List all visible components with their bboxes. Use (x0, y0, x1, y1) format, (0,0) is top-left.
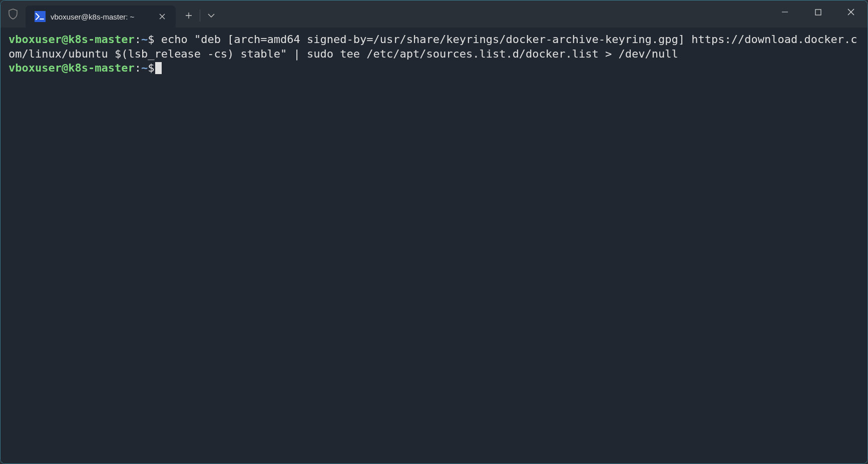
tab-dropdown-button[interactable] (200, 5, 222, 27)
prompt-dollar: $ (148, 62, 154, 74)
maximize-button[interactable] (801, 1, 834, 24)
minimize-button[interactable] (768, 1, 801, 24)
prompt-dollar: $ (148, 33, 154, 46)
svg-rect-6 (815, 10, 821, 15)
tab-title: vboxuser@k8s-master: ~ (51, 13, 151, 21)
tab-close-button[interactable] (156, 10, 169, 23)
new-tab-button[interactable] (178, 5, 200, 27)
tab-actions (178, 1, 222, 28)
prompt-colon: : (135, 33, 141, 46)
prompt-user: vboxuser@k8s-master (9, 62, 135, 74)
titlebar-left: vboxuser@k8s-master: ~ (1, 1, 768, 28)
prompt-colon: : (135, 62, 141, 74)
prompt-user: vboxuser@k8s-master (9, 33, 135, 46)
close-button[interactable] (834, 1, 867, 24)
prompt-path: ~ (141, 62, 148, 74)
titlebar: vboxuser@k8s-master: ~ (1, 1, 867, 28)
terminal-area[interactable]: vboxuser@k8s-master:~$ echo "deb [arch=a… (1, 28, 867, 463)
cursor (155, 62, 162, 74)
window-controls (768, 1, 867, 28)
prompt-path: ~ (141, 33, 148, 46)
powershell-icon (35, 11, 46, 22)
tab-active[interactable]: vboxuser@k8s-master: ~ (26, 6, 176, 28)
shield-icon (1, 1, 26, 28)
